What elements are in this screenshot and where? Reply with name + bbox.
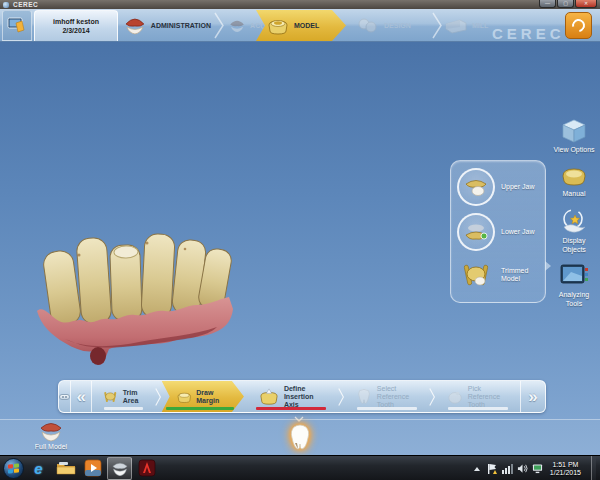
trim-area-icon [102,388,119,406]
manual-tool[interactable]: Manual [552,164,596,199]
acquisition-jaw-icon [228,17,246,35]
window-titlebar: CEREC — ▢ ✕ [0,0,600,9]
display-objects-tool[interactable]: Display Objects [552,207,596,254]
dental-model-3d[interactable] [35,225,235,367]
step-trim-area[interactable]: Trim Area [92,381,155,412]
display-device-icon[interactable] [532,462,543,476]
start-button[interactable] [3,458,24,479]
define-insertion-axis-icon [258,388,280,406]
step-underline [357,407,417,410]
system-tray: 1:51 PM 1/21/2015 [472,456,596,480]
step-underline [104,407,143,410]
lower-jaw-icon [463,222,489,242]
trimmed-model-button[interactable] [457,261,495,289]
taskbar-clock[interactable]: 1:51 PM 1/21/2015 [550,461,581,477]
cerec-app-icon [3,2,9,8]
trimmed-model-icon [460,261,492,289]
analyzing-tools-tool[interactable]: Analyzing Tools [552,263,596,308]
manual-icon [559,164,589,188]
action-center-flag-icon[interactable] [487,462,498,476]
cerec-application-window: CEREC — ▢ ✕ imhoff keston 2/3/2014 ADMIN… [0,0,600,480]
clock-date: 1/21/2015 [550,469,581,477]
analyzing-tools-monitor-icon [559,263,589,289]
step-define-insertion-axis[interactable]: Define Insertion Axis [244,381,338,412]
administration-jaw-icon [123,16,147,36]
tab-design[interactable]: DESIGN [352,10,430,41]
select-reference-tooth-icon [355,388,373,406]
display-objects-icon [560,207,588,235]
minimize-button[interactable]: — [539,0,556,8]
folder-icon [56,460,76,476]
mill-machine-icon [444,17,468,35]
help-button[interactable] [565,12,592,39]
taskbar-cerec-app[interactable] [107,457,132,480]
volume-icon[interactable] [517,462,528,476]
hidden-icons-arrow-icon[interactable] [472,462,483,476]
help-icon [569,16,587,34]
draw-margin-icon [176,388,193,406]
step-draw-margin[interactable]: Draw Margin [162,381,244,412]
view-options-cube-icon [560,118,588,144]
taskbar-windows-explorer[interactable] [53,457,78,480]
jaw-selection-panel: Upper Jaw Lower Jaw [450,160,546,303]
window-title: CEREC [13,1,38,8]
toolbar-collapse-handle[interactable] [59,381,71,412]
tab-mill[interactable]: MILL [440,10,500,41]
internet-explorer-icon: e [34,460,42,477]
close-button[interactable]: ✕ [575,0,597,8]
upper-jaw-button[interactable] [457,168,495,206]
handle-dots-icon [59,394,70,400]
step-underline [166,407,234,410]
step-separator-chevron [155,385,162,409]
cerec-brand-logo: CEREC [492,25,565,42]
back-chevrons-icon: « [76,388,85,405]
show-desktop-button[interactable] [591,456,596,480]
pick-reference-tooth-icon [446,389,464,405]
maximize-button[interactable]: ▢ [557,0,574,8]
margin-drawing-tooth-icon[interactable] [285,423,315,453]
taskbar-internet-explorer[interactable]: e [26,457,51,480]
lower-jaw-button[interactable] [457,213,495,251]
lower-jaw-item[interactable]: Lower Jaw [457,213,543,251]
taskbar-adobe-reader[interactable] [134,457,159,480]
network-icon[interactable] [502,462,513,476]
clock-time: 1:51 PM [552,461,578,469]
step-underline [256,407,326,410]
windows-taskbar: e [0,455,600,480]
step-separator-chevron [429,385,436,409]
media-player-icon [84,459,102,477]
full-model-button[interactable]: Full Model [22,420,80,450]
phase-tab-bar: imhoff keston 2/3/2014 ADMINISTRATION AC… [0,9,600,42]
strip-notch-icon [294,416,304,422]
step-pick-reference-tooth[interactable]: Pick Reference Tooth [436,381,520,412]
patient-tab[interactable]: imhoff keston 2/3/2014 [34,10,118,41]
model-block-icon [266,16,290,36]
forward-chevrons-icon: » [528,388,537,405]
system-monitor-icon [7,17,27,34]
step-select-reference-tooth[interactable]: Select Reference Tooth [345,381,429,412]
windows-flag-icon [8,463,19,473]
full-model-jaw-icon [37,420,65,442]
tab-administration[interactable]: ADMINISTRATION [119,10,215,41]
patient-name: imhoff keston [53,17,99,26]
next-step-button[interactable]: » [520,381,545,412]
right-tool-column: View Options Manual Display Objects [550,118,598,317]
previous-step-button[interactable]: « [71,381,92,412]
taskbar-media-player[interactable] [80,457,105,480]
design-teeth-icon [356,16,380,36]
upper-jaw-item[interactable]: Upper Jaw [457,168,543,206]
step-separator-chevron [338,385,345,409]
system-menu-tab[interactable] [2,10,32,41]
view-options-tool[interactable]: View Options [552,118,596,155]
trimmed-model-item[interactable]: Trimmed Model [457,261,543,289]
cerec-taskbar-icon [110,460,130,477]
model-viewport[interactable]: Upper Jaw Lower Jaw [0,42,600,455]
workflow-steps-toolbar: « Trim Area [58,380,546,413]
adobe-reader-icon [138,459,156,477]
step-underline [448,407,508,410]
upper-jaw-icon [463,177,489,197]
tab-model[interactable]: MODEL [256,10,346,41]
patient-date: 2/3/2014 [62,26,89,35]
